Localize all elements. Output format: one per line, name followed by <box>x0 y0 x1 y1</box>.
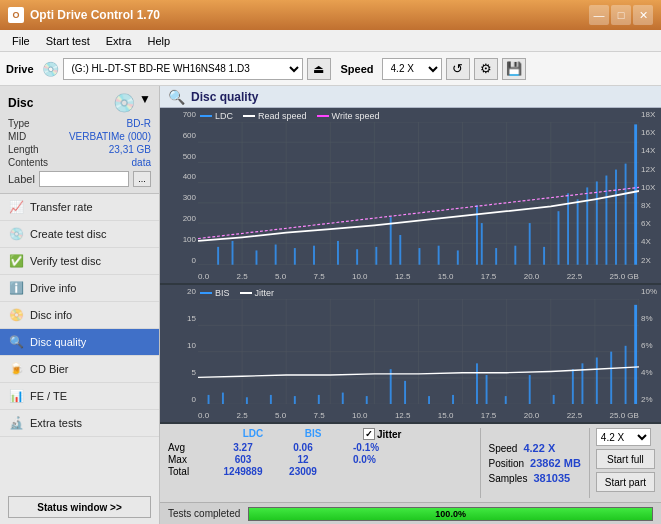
settings-button[interactable]: ⚙ <box>474 58 498 80</box>
jitter-checkbox[interactable]: ✓ <box>363 428 375 440</box>
svg-rect-81 <box>596 357 598 404</box>
disc-panel-header: Disc 💿 ▼ <box>8 92 151 114</box>
maximize-button[interactable]: □ <box>611 5 631 25</box>
svg-rect-36 <box>529 223 531 265</box>
legend-write-dot <box>317 115 329 117</box>
label-input[interactable] <box>39 171 129 187</box>
disc-contents-row: Contents data <box>8 157 151 168</box>
max-label: Max <box>168 454 213 465</box>
drive-select[interactable]: (G:) HL-DT-ST BD-RE WH16NS48 1.D3 <box>63 58 303 80</box>
svg-rect-68 <box>342 392 344 404</box>
charts-container: LDC Read speed Write speed 700 600 500 <box>160 108 661 502</box>
sidebar-item-drive-info[interactable]: ℹ️ Drive info <box>0 275 159 302</box>
menu-bar: File Start test Extra Help <box>0 30 661 52</box>
top-chart-y-right: 18X 16X 14X 12X 10X 8X 6X 4X 2X <box>639 108 661 265</box>
ldc-header: LDC <box>223 428 283 440</box>
sidebar-item-disc-quality[interactable]: 🔍 Disc quality <box>0 329 159 356</box>
sidebar-label-verify-test-disc: Verify test disc <box>30 255 101 267</box>
svg-rect-34 <box>495 248 497 265</box>
menu-file[interactable]: File <box>4 33 38 49</box>
cd-bier-icon: 🍺 <box>8 361 24 377</box>
close-button[interactable]: ✕ <box>633 5 653 25</box>
position-label: Position <box>489 458 525 469</box>
action-speed-select[interactable]: 4.2 X <box>596 428 651 446</box>
top-chart-y-left: 700 600 500 400 300 200 100 0 <box>160 108 198 265</box>
bottom-chart-svg <box>198 299 639 404</box>
title-bar-left: O Opti Drive Control 1.70 <box>8 7 160 23</box>
svg-rect-79 <box>572 369 574 404</box>
svg-rect-40 <box>577 199 579 264</box>
svg-rect-63 <box>222 392 224 404</box>
stats-area: LDC BIS ✓ Jitter Avg 3.27 0.06 -0.1% <box>160 424 661 502</box>
svg-rect-19 <box>232 241 234 265</box>
sidebar-item-fe-te[interactable]: 📊 FE / TE <box>0 383 159 410</box>
panel-icon: 🔍 <box>168 89 185 105</box>
svg-rect-30 <box>438 246 440 265</box>
menu-start-test[interactable]: Start test <box>38 33 98 49</box>
svg-rect-72 <box>428 396 430 404</box>
start-part-button[interactable]: Start part <box>596 472 655 492</box>
disc-length-row: Length 23,31 GB <box>8 144 151 155</box>
main-layout: Disc 💿 ▼ Type BD-R MID VERBATIMe (000) L… <box>0 86 661 524</box>
title-bar: O Opti Drive Control 1.70 — □ ✕ <box>0 0 661 30</box>
bottom-chart-x-axis: 0.0 2.5 5.0 7.5 10.0 12.5 15.0 17.5 20.0… <box>198 411 639 420</box>
verify-test-disc-icon: ✅ <box>8 253 24 269</box>
svg-rect-44 <box>615 170 617 265</box>
legend-read-speed: Read speed <box>243 111 307 121</box>
legend-ldc: LDC <box>200 111 233 121</box>
avg-ldc: 3.27 <box>213 442 273 453</box>
sidebar-item-cd-bier[interactable]: 🍺 CD Bier <box>0 356 159 383</box>
svg-rect-41 <box>586 187 588 264</box>
legend-bis: BIS <box>200 288 230 298</box>
sidebar-item-disc-info[interactable]: 📀 Disc info <box>0 302 159 329</box>
menu-extra[interactable]: Extra <box>98 33 140 49</box>
total-label: Total <box>168 466 213 477</box>
svg-rect-26 <box>375 247 377 265</box>
svg-rect-77 <box>529 375 531 404</box>
disc-contents-key: Contents <box>8 157 48 168</box>
label-browse-btn[interactable]: ... <box>133 171 151 187</box>
transfer-rate-icon: 📈 <box>8 199 24 215</box>
disc-length-key: Length <box>8 144 39 155</box>
svg-rect-29 <box>419 248 421 265</box>
svg-rect-78 <box>553 395 555 404</box>
svg-rect-21 <box>275 245 277 265</box>
svg-rect-37 <box>543 247 545 265</box>
disc-icon: 💿 <box>113 92 135 114</box>
eject-button[interactable]: ⏏ <box>307 58 331 80</box>
menu-help[interactable]: Help <box>139 33 178 49</box>
samples-row: Samples 381035 <box>489 472 581 484</box>
save-button[interactable]: 💾 <box>502 58 526 80</box>
svg-rect-25 <box>356 249 358 264</box>
svg-rect-82 <box>610 351 612 404</box>
speed-value: 4.22 X <box>523 442 555 454</box>
refresh-button[interactable]: ↺ <box>446 58 470 80</box>
disc-icons: 💿 ▼ <box>113 92 151 114</box>
sidebar-label-cd-bier: CD Bier <box>30 363 69 375</box>
speed-select[interactable]: 4.2 X <box>382 58 442 80</box>
legend-ldc-label: LDC <box>215 111 233 121</box>
sidebar-item-extra-tests[interactable]: 🔬 Extra tests <box>0 410 159 437</box>
sidebar-item-verify-test-disc[interactable]: ✅ Verify test disc <box>0 248 159 275</box>
action-buttons: 4.2 X Start full Start part <box>590 424 661 502</box>
disc-type-val: BD-R <box>127 118 151 129</box>
app-icon: O <box>8 7 24 23</box>
svg-rect-69 <box>366 396 368 404</box>
speed-row: Speed 4.22 X <box>489 442 581 454</box>
sidebar-item-create-test-disc[interactable]: 💿 Create test disc <box>0 221 159 248</box>
sidebar-item-transfer-rate[interactable]: 📈 Transfer rate <box>0 194 159 221</box>
start-full-button[interactable]: Start full <box>596 449 655 469</box>
top-chart: LDC Read speed Write speed 700 600 500 <box>160 108 661 285</box>
minimize-button[interactable]: — <box>589 5 609 25</box>
sidebar-label-disc-info: Disc info <box>30 309 72 321</box>
toolbar: Drive 💿 (G:) HL-DT-ST BD-RE WH16NS48 1.D… <box>0 52 661 86</box>
disc-label-key: Label <box>8 173 35 185</box>
status-window-button[interactable]: Status window >> <box>8 496 151 518</box>
speed-label: Speed <box>341 63 374 75</box>
stats-table: LDC BIS ✓ Jitter Avg 3.27 0.06 -0.1% <box>160 424 480 502</box>
total-bis: 23009 <box>273 466 333 477</box>
disc-icon2: ▼ <box>139 92 151 114</box>
progress-bar: 100.0% <box>248 507 653 521</box>
avg-bis: 0.06 <box>273 442 333 453</box>
samples-label: Samples <box>489 473 528 484</box>
